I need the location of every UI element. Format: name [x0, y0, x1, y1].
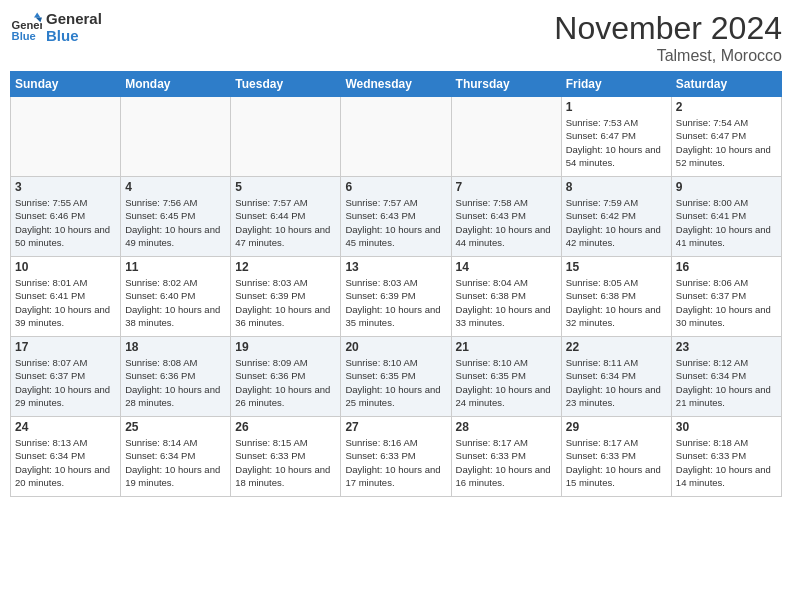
- day-cell: 4Sunrise: 7:56 AMSunset: 6:45 PMDaylight…: [121, 177, 231, 257]
- day-info: Sunrise: 8:06 AMSunset: 6:37 PMDaylight:…: [676, 276, 777, 329]
- header-row: SundayMondayTuesdayWednesdayThursdayFrid…: [11, 72, 782, 97]
- day-info: Sunrise: 7:55 AMSunset: 6:46 PMDaylight:…: [15, 196, 116, 249]
- day-number: 18: [125, 340, 226, 354]
- day-number: 8: [566, 180, 667, 194]
- day-cell: [11, 97, 121, 177]
- day-number: 26: [235, 420, 336, 434]
- day-info: Sunrise: 8:01 AMSunset: 6:41 PMDaylight:…: [15, 276, 116, 329]
- day-number: 11: [125, 260, 226, 274]
- day-info: Sunrise: 8:07 AMSunset: 6:37 PMDaylight:…: [15, 356, 116, 409]
- header-friday: Friday: [561, 72, 671, 97]
- day-info: Sunrise: 8:15 AMSunset: 6:33 PMDaylight:…: [235, 436, 336, 489]
- week-row-4: 17Sunrise: 8:07 AMSunset: 6:37 PMDayligh…: [11, 337, 782, 417]
- day-cell: 18Sunrise: 8:08 AMSunset: 6:36 PMDayligh…: [121, 337, 231, 417]
- svg-text:Blue: Blue: [12, 30, 36, 42]
- day-cell: [341, 97, 451, 177]
- header-monday: Monday: [121, 72, 231, 97]
- day-number: 6: [345, 180, 446, 194]
- page-header: General Blue General Blue November 2024 …: [10, 10, 782, 65]
- day-number: 15: [566, 260, 667, 274]
- day-info: Sunrise: 8:02 AMSunset: 6:40 PMDaylight:…: [125, 276, 226, 329]
- day-cell: 27Sunrise: 8:16 AMSunset: 6:33 PMDayligh…: [341, 417, 451, 497]
- day-number: 22: [566, 340, 667, 354]
- day-number: 23: [676, 340, 777, 354]
- header-saturday: Saturday: [671, 72, 781, 97]
- day-cell: 25Sunrise: 8:14 AMSunset: 6:34 PMDayligh…: [121, 417, 231, 497]
- svg-marker-2: [34, 13, 40, 18]
- day-info: Sunrise: 8:04 AMSunset: 6:38 PMDaylight:…: [456, 276, 557, 329]
- logo-icon: General Blue: [10, 11, 42, 43]
- day-cell: [231, 97, 341, 177]
- calendar-table: SundayMondayTuesdayWednesdayThursdayFrid…: [10, 71, 782, 497]
- day-number: 17: [15, 340, 116, 354]
- day-cell: 30Sunrise: 8:18 AMSunset: 6:33 PMDayligh…: [671, 417, 781, 497]
- day-info: Sunrise: 8:16 AMSunset: 6:33 PMDaylight:…: [345, 436, 446, 489]
- day-number: 25: [125, 420, 226, 434]
- day-info: Sunrise: 7:57 AMSunset: 6:44 PMDaylight:…: [235, 196, 336, 249]
- day-cell: 17Sunrise: 8:07 AMSunset: 6:37 PMDayligh…: [11, 337, 121, 417]
- day-info: Sunrise: 8:11 AMSunset: 6:34 PMDaylight:…: [566, 356, 667, 409]
- day-cell: 26Sunrise: 8:15 AMSunset: 6:33 PMDayligh…: [231, 417, 341, 497]
- week-row-3: 10Sunrise: 8:01 AMSunset: 6:41 PMDayligh…: [11, 257, 782, 337]
- day-cell: 15Sunrise: 8:05 AMSunset: 6:38 PMDayligh…: [561, 257, 671, 337]
- day-cell: 5Sunrise: 7:57 AMSunset: 6:44 PMDaylight…: [231, 177, 341, 257]
- day-cell: 20Sunrise: 8:10 AMSunset: 6:35 PMDayligh…: [341, 337, 451, 417]
- day-info: Sunrise: 7:53 AMSunset: 6:47 PMDaylight:…: [566, 116, 667, 169]
- header-sunday: Sunday: [11, 72, 121, 97]
- day-info: Sunrise: 8:08 AMSunset: 6:36 PMDaylight:…: [125, 356, 226, 409]
- day-cell: 1Sunrise: 7:53 AMSunset: 6:47 PMDaylight…: [561, 97, 671, 177]
- week-row-1: 1Sunrise: 7:53 AMSunset: 6:47 PMDaylight…: [11, 97, 782, 177]
- day-cell: 19Sunrise: 8:09 AMSunset: 6:36 PMDayligh…: [231, 337, 341, 417]
- day-info: Sunrise: 8:00 AMSunset: 6:41 PMDaylight:…: [676, 196, 777, 249]
- day-number: 24: [15, 420, 116, 434]
- day-info: Sunrise: 8:14 AMSunset: 6:34 PMDaylight:…: [125, 436, 226, 489]
- location: Talmest, Morocco: [554, 47, 782, 65]
- day-info: Sunrise: 8:17 AMSunset: 6:33 PMDaylight:…: [456, 436, 557, 489]
- day-cell: 7Sunrise: 7:58 AMSunset: 6:43 PMDaylight…: [451, 177, 561, 257]
- day-info: Sunrise: 8:13 AMSunset: 6:34 PMDaylight:…: [15, 436, 116, 489]
- day-cell: 13Sunrise: 8:03 AMSunset: 6:39 PMDayligh…: [341, 257, 451, 337]
- day-cell: 11Sunrise: 8:02 AMSunset: 6:40 PMDayligh…: [121, 257, 231, 337]
- day-cell: 14Sunrise: 8:04 AMSunset: 6:38 PMDayligh…: [451, 257, 561, 337]
- day-cell: 16Sunrise: 8:06 AMSunset: 6:37 PMDayligh…: [671, 257, 781, 337]
- day-number: 30: [676, 420, 777, 434]
- header-tuesday: Tuesday: [231, 72, 341, 97]
- day-number: 2: [676, 100, 777, 114]
- day-info: Sunrise: 8:10 AMSunset: 6:35 PMDaylight:…: [345, 356, 446, 409]
- day-info: Sunrise: 7:59 AMSunset: 6:42 PMDaylight:…: [566, 196, 667, 249]
- day-number: 5: [235, 180, 336, 194]
- day-cell: 3Sunrise: 7:55 AMSunset: 6:46 PMDaylight…: [11, 177, 121, 257]
- day-number: 16: [676, 260, 777, 274]
- day-cell: [451, 97, 561, 177]
- day-cell: [121, 97, 231, 177]
- day-number: 9: [676, 180, 777, 194]
- day-info: Sunrise: 8:10 AMSunset: 6:35 PMDaylight:…: [456, 356, 557, 409]
- day-cell: 22Sunrise: 8:11 AMSunset: 6:34 PMDayligh…: [561, 337, 671, 417]
- day-info: Sunrise: 8:03 AMSunset: 6:39 PMDaylight:…: [345, 276, 446, 329]
- day-info: Sunrise: 8:05 AMSunset: 6:38 PMDaylight:…: [566, 276, 667, 329]
- day-number: 10: [15, 260, 116, 274]
- day-info: Sunrise: 8:03 AMSunset: 6:39 PMDaylight:…: [235, 276, 336, 329]
- day-cell: 12Sunrise: 8:03 AMSunset: 6:39 PMDayligh…: [231, 257, 341, 337]
- week-row-5: 24Sunrise: 8:13 AMSunset: 6:34 PMDayligh…: [11, 417, 782, 497]
- day-cell: 8Sunrise: 7:59 AMSunset: 6:42 PMDaylight…: [561, 177, 671, 257]
- day-number: 28: [456, 420, 557, 434]
- day-cell: 28Sunrise: 8:17 AMSunset: 6:33 PMDayligh…: [451, 417, 561, 497]
- day-info: Sunrise: 8:12 AMSunset: 6:34 PMDaylight:…: [676, 356, 777, 409]
- day-cell: 10Sunrise: 8:01 AMSunset: 6:41 PMDayligh…: [11, 257, 121, 337]
- day-info: Sunrise: 8:17 AMSunset: 6:33 PMDaylight:…: [566, 436, 667, 489]
- day-info: Sunrise: 7:54 AMSunset: 6:47 PMDaylight:…: [676, 116, 777, 169]
- day-cell: 9Sunrise: 8:00 AMSunset: 6:41 PMDaylight…: [671, 177, 781, 257]
- day-number: 4: [125, 180, 226, 194]
- day-number: 29: [566, 420, 667, 434]
- day-number: 12: [235, 260, 336, 274]
- day-number: 14: [456, 260, 557, 274]
- day-cell: 2Sunrise: 7:54 AMSunset: 6:47 PMDaylight…: [671, 97, 781, 177]
- day-number: 3: [15, 180, 116, 194]
- day-number: 20: [345, 340, 446, 354]
- day-cell: 6Sunrise: 7:57 AMSunset: 6:43 PMDaylight…: [341, 177, 451, 257]
- day-info: Sunrise: 8:18 AMSunset: 6:33 PMDaylight:…: [676, 436, 777, 489]
- header-thursday: Thursday: [451, 72, 561, 97]
- day-info: Sunrise: 7:58 AMSunset: 6:43 PMDaylight:…: [456, 196, 557, 249]
- day-number: 1: [566, 100, 667, 114]
